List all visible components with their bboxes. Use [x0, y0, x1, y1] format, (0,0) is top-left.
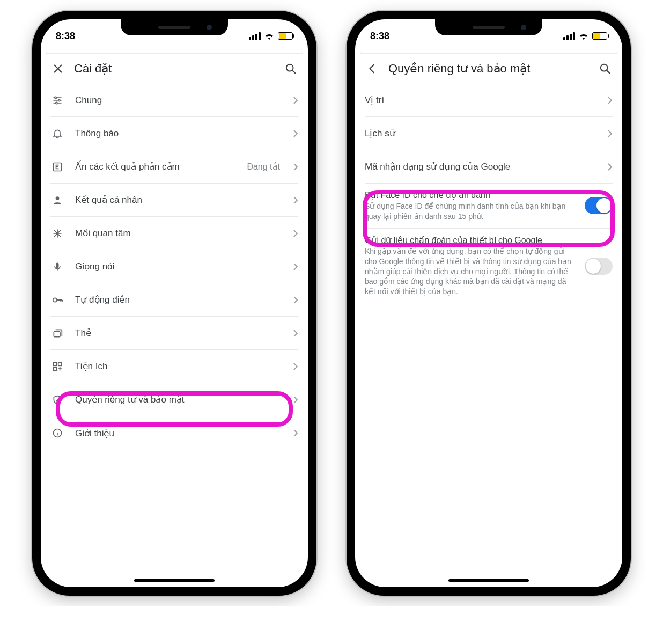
row-interests[interactable]: Mối quan tâm — [50, 217, 298, 250]
svg-point-3 — [56, 102, 57, 104]
row-label: Mối quan tâm — [75, 228, 282, 239]
search-icon[interactable] — [283, 61, 298, 76]
mic-icon — [50, 261, 64, 272]
app-header: Quyền riêng tư và bảo mật — [355, 54, 622, 84]
cards-icon — [50, 328, 64, 339]
toggle-title: Bật Face ID cho chế độ ẩn danh — [365, 190, 577, 200]
row-value: Đang tắt — [247, 162, 280, 172]
row-label: Thông báo — [75, 128, 282, 139]
chevron-right-icon — [607, 96, 613, 105]
svg-rect-8 — [54, 331, 60, 336]
shield-icon — [50, 394, 64, 405]
chevron-right-icon — [293, 163, 298, 171]
chevron-right-icon — [293, 362, 298, 371]
row-voice[interactable]: Giọng nói — [50, 250, 298, 283]
chevron-right-icon — [293, 196, 298, 204]
person-icon — [50, 195, 64, 206]
privacy-list: Vị trí Lịch sử Mã nhận dạng sử dụng của … — [355, 84, 622, 303]
status-time: 8:38 — [370, 31, 389, 42]
row-location[interactable]: Vị trí — [365, 84, 613, 117]
row-label: Thẻ — [75, 327, 282, 339]
row-label: Lịch sử — [365, 128, 607, 139]
row-general[interactable]: Chung — [50, 84, 298, 117]
status-time: 8:38 — [56, 31, 75, 42]
phone-mock-1: 8:38 Cài đặt Chung — [32, 11, 316, 596]
page-title: Cài đặt — [74, 62, 275, 76]
close-icon[interactable] — [50, 61, 65, 76]
row-label: Vị trí — [365, 94, 607, 106]
row-label: Ẩn các kết quả phản cảm — [75, 161, 236, 172]
chevron-right-icon — [293, 396, 298, 404]
home-indicator[interactable] — [134, 579, 215, 582]
row-label: Quyền riêng tư và bảo mật — [75, 394, 282, 405]
toggle-subtitle: Khi gặp vấn đề với ứng dụng, bạn có thể … — [365, 246, 577, 297]
chevron-right-icon — [293, 96, 298, 105]
row-label: Mã nhận dạng sử dụng của Google — [365, 161, 607, 172]
asterisk-icon — [50, 228, 64, 239]
switch-on-icon[interactable] — [585, 197, 613, 214]
notch — [435, 19, 542, 35]
back-icon[interactable] — [365, 61, 380, 76]
row-autofill[interactable]: Tự động điền — [50, 283, 298, 317]
page-title: Quyền riêng tư và bảo mật — [388, 62, 589, 76]
row-label: Tự động điền — [75, 294, 282, 305]
svg-rect-9 — [54, 362, 57, 365]
row-label: Chung — [75, 95, 282, 106]
bell-icon — [50, 128, 64, 139]
toggle-diagnostics[interactable]: Gửi dữ liệu chẩn đoán của thiết bị cho G… — [365, 229, 613, 303]
row-label: Kết quả cá nhân — [75, 194, 282, 206]
app-header: Cài đặt — [41, 54, 308, 84]
widgets-icon — [50, 361, 64, 372]
svg-point-1 — [55, 97, 56, 98]
row-label: Giới thiệu — [75, 428, 282, 439]
svg-point-7 — [53, 298, 57, 302]
explicit-icon — [50, 162, 64, 172]
chevron-right-icon — [293, 129, 298, 138]
chevron-right-icon — [293, 229, 298, 238]
row-notifications[interactable]: Thông báo — [50, 117, 298, 150]
row-personal-results[interactable]: Kết quả cá nhân — [50, 184, 298, 217]
chevron-right-icon — [293, 262, 298, 271]
svg-point-5 — [56, 196, 60, 200]
battery-icon — [278, 32, 293, 40]
chevron-right-icon — [293, 329, 298, 338]
cellular-icon — [563, 32, 575, 40]
search-icon[interactable] — [598, 61, 613, 76]
chevron-right-icon — [293, 429, 298, 437]
row-label: Giọng nói — [75, 261, 282, 272]
wifi-icon — [264, 32, 275, 40]
row-privacy-security[interactable]: Quyền riêng tư và bảo mật — [50, 383, 298, 416]
home-indicator[interactable] — [448, 579, 529, 582]
svg-rect-6 — [56, 262, 59, 268]
tune-icon — [50, 95, 64, 106]
notch — [121, 19, 228, 35]
switch-off-icon[interactable] — [585, 258, 613, 275]
wifi-icon — [578, 32, 589, 40]
svg-point-2 — [58, 99, 60, 101]
row-widgets[interactable]: Tiện ích — [50, 350, 298, 383]
toggle-faceid-incognito[interactable]: Bật Face ID cho chế độ ẩn danh Sử dụng F… — [365, 184, 613, 229]
cellular-icon — [249, 32, 261, 40]
row-google-usage-id[interactable]: Mã nhận dạng sử dụng của Google — [365, 150, 613, 184]
chevron-right-icon — [293, 296, 298, 304]
toggle-subtitle: Sử dụng Face ID để chứng minh danh tính … — [365, 201, 577, 222]
row-label: Tiện ích — [75, 361, 282, 372]
settings-list: Chung Thông báo Ẩn các kết quả phản cảm … — [41, 84, 308, 450]
row-about[interactable]: Giới thiệu — [50, 416, 298, 450]
battery-icon — [592, 32, 607, 40]
chevron-right-icon — [607, 129, 613, 138]
toggle-title: Gửi dữ liệu chẩn đoán của thiết bị cho G… — [365, 235, 577, 245]
phone-mock-2: 8:38 Quyền riêng tư và bảo mật Vị trí — [347, 11, 631, 596]
svg-rect-10 — [58, 362, 62, 365]
key-icon — [50, 295, 64, 305]
sheet-top-edge — [360, 49, 617, 54]
svg-rect-11 — [54, 367, 57, 370]
row-safesearch[interactable]: Ẩn các kết quả phản cảm Đang tắt — [50, 150, 298, 184]
row-history[interactable]: Lịch sử — [365, 117, 613, 150]
row-tabs[interactable]: Thẻ — [50, 317, 298, 350]
chevron-right-icon — [607, 163, 613, 171]
info-icon — [50, 428, 64, 438]
sheet-top-edge — [46, 49, 303, 54]
